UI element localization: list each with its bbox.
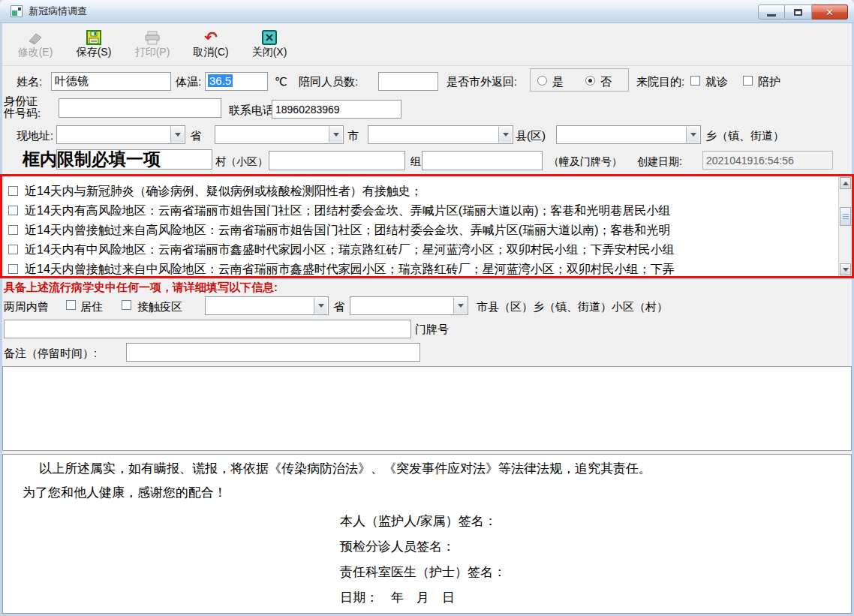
- edit-button-label: 修改(E): [18, 46, 53, 59]
- epi-city-combo-arrow-icon[interactable]: [453, 298, 467, 314]
- required-note: 框内限制必填一项: [23, 148, 161, 171]
- outside-city-label: 是否市外返回:: [447, 74, 517, 89]
- lived-label: 居住: [80, 299, 103, 314]
- created-date-label: 创建日期:: [637, 154, 682, 169]
- contact-area-label: 接触疫区: [137, 299, 182, 314]
- maximize-button[interactable]: [785, 5, 812, 20]
- declaration-line1: 以上所述属实，如有瞒报、谎报，将依据《传染病防治法》、《突发事件应对法》等法律法…: [39, 461, 651, 477]
- save-button[interactable]: 保存(S): [70, 27, 118, 63]
- group-input[interactable]: [422, 151, 543, 170]
- purpose-escort-checkbox[interactable]: [743, 76, 753, 86]
- group-label: 组: [410, 154, 421, 169]
- scroll-up-button[interactable]: [840, 177, 851, 189]
- purpose-visit-checkbox[interactable]: [690, 76, 700, 86]
- province-combo[interactable]: [56, 125, 185, 144]
- township-combo-arrow-icon[interactable]: [686, 127, 699, 143]
- epidemic-item-label: 近14天内曾接触过来自中风险地区：云南省瑞丽市鑫盛时代家园小区；瑞京路红砖厂；星…: [25, 263, 675, 275]
- save-icon: [86, 27, 101, 45]
- epidemic-item-label: 近14天内有中风险地区：云南省瑞丽市鑫盛时代家园小区；瑞京路红砖厂；星河蓝湾小区…: [25, 243, 675, 256]
- epidemic-item-checkbox[interactable]: [8, 206, 18, 215]
- close-form-button[interactable]: 关闭(X): [245, 27, 293, 63]
- door-number-label: 门牌号: [415, 322, 449, 337]
- epidemic-item-row: 近14天内曾接触过来自中风险地区：云南省瑞丽市鑫盛时代家园小区；瑞京路红砖厂；星…: [2, 260, 834, 276]
- county-combo-arrow-icon[interactable]: [498, 127, 512, 143]
- purpose-label: 来院目的:: [636, 74, 684, 89]
- township-combo[interactable]: [556, 125, 701, 144]
- address-label: 现地址:: [17, 128, 53, 143]
- sign-self-label: 本人（监护人/家属）签名：: [340, 513, 497, 530]
- epidemic-item-checkbox[interactable]: [8, 186, 18, 196]
- blank-text-area[interactable]: [2, 366, 852, 451]
- village-input[interactable]: [269, 151, 405, 170]
- id-number-input[interactable]: [59, 98, 221, 118]
- city-combo[interactable]: [215, 125, 344, 144]
- epidemic-item-checkbox[interactable]: [8, 264, 18, 274]
- print-button: 打印(P): [128, 27, 176, 63]
- epi-city-combo[interactable]: [350, 296, 468, 315]
- edit-icon: [27, 27, 44, 45]
- outside-no-label: 否: [600, 74, 612, 89]
- minimize-button[interactable]: [758, 5, 785, 20]
- window-controls: ✕: [758, 5, 848, 20]
- sign-triage-label: 预检分诊人员签名：: [340, 539, 455, 555]
- save-button-label: 保存(S): [77, 46, 112, 59]
- epidemic-item-checkbox[interactable]: [8, 225, 18, 235]
- epi-region-suffix: 市县（区）乡（镇、街道）小区（村）: [477, 299, 668, 314]
- county-suffix-label: 县(区): [516, 128, 546, 143]
- minimize-icon: [767, 14, 776, 17]
- remark-label: 备注（停留时间）:: [4, 346, 97, 361]
- epidemic-history-list: 近14天内与新冠肺炎（确诊病例、疑似病例或核酸检测阳性者）有接触史； 近14天内…: [2, 176, 852, 276]
- epi-province-combo[interactable]: [205, 296, 329, 315]
- epidemic-list-scrollbar[interactable]: [838, 176, 852, 276]
- epidemic-item-label: 近14天内曾接触过来自高风险地区：云南省瑞丽市姐告国门社区；团结村委会金坎、弄喊…: [25, 224, 670, 236]
- village-label: 村（小区）: [215, 154, 268, 169]
- outside-yes-label: 是: [552, 74, 564, 89]
- building-suffix-label: （幢及门牌号）: [549, 154, 622, 169]
- phone-label: 联系电话:: [229, 103, 277, 118]
- epidemic-history-panel: 近14天内与新冠肺炎（确诊病例、疑似病例或核酸检测阳性者）有接触史； 近14天内…: [0, 174, 854, 278]
- epidemic-item-row: 近14天内有中风险地区：云南省瑞丽市鑫盛时代家园小区；瑞京路红砖厂；星河蓝湾小区…: [2, 240, 834, 260]
- epidemic-item-checkbox[interactable]: [8, 245, 18, 254]
- epi-address-input[interactable]: [4, 320, 411, 338]
- scroll-up-icon: [843, 182, 849, 185]
- city-suffix-label: 市: [347, 128, 359, 143]
- county-combo[interactable]: [368, 125, 513, 144]
- province-suffix-label: 省: [190, 128, 201, 143]
- outside-no-radio[interactable]: [585, 76, 595, 86]
- print-button-label: 打印(P): [135, 46, 170, 59]
- name-label: 姓名:: [17, 74, 42, 89]
- close-button[interactable]: ✕: [812, 5, 848, 20]
- lived-checkbox[interactable]: [66, 300, 76, 310]
- declaration-line2: 为了您和他人健康，感谢您的配合！: [23, 485, 227, 501]
- purpose-escort-label: 陪护: [758, 74, 780, 89]
- epi-province-combo-arrow-icon[interactable]: [314, 298, 327, 314]
- cancel-button[interactable]: ↶ 取消(C): [187, 27, 235, 63]
- contact-area-checkbox[interactable]: [122, 300, 131, 310]
- created-date-input: [702, 151, 833, 170]
- scroll-down-icon: [843, 268, 849, 272]
- scroll-down-button[interactable]: [840, 263, 851, 275]
- township-suffix-label: 乡（镇、街道）: [705, 128, 784, 143]
- name-input[interactable]: [51, 72, 171, 91]
- companions-label: 陪同人员数:: [299, 74, 358, 89]
- close-form-icon: [262, 27, 277, 45]
- epidemic-item-row: 近14天内曾接触过来自高风险地区：云南省瑞丽市姐告国门社区；团结村委会金坎、弄喊…: [2, 221, 834, 240]
- temperature-selected-text: 36.5: [208, 74, 233, 87]
- scroll-thumb[interactable]: [840, 207, 851, 226]
- print-icon: [144, 27, 161, 45]
- epidemic-item-row: 近14天内有高风险地区：云南省瑞丽市姐告国门社区；团结村委会金坎、弄喊片区(瑞丽…: [2, 201, 834, 221]
- temperature-input[interactable]: 36.5: [205, 72, 268, 91]
- city-combo-arrow-icon[interactable]: [329, 127, 342, 143]
- outside-yes-radio[interactable]: [537, 76, 547, 86]
- date-line-label: 日期： 年 月 日: [340, 590, 455, 606]
- id-number-label-line2: 件号码:: [4, 106, 41, 121]
- remark-input[interactable]: [126, 343, 420, 362]
- close-form-button-label: 关闭(X): [252, 46, 287, 59]
- companions-input[interactable]: [378, 72, 438, 91]
- phone-input[interactable]: [272, 100, 401, 119]
- province-combo-arrow-icon[interactable]: [170, 127, 184, 143]
- cancel-icon: ↶: [204, 27, 218, 45]
- scroll-thumb-grip-icon: [843, 214, 849, 219]
- toolbar: 修改(E) 保存(S): [2, 23, 852, 66]
- purpose-visit-label: 就诊: [705, 74, 728, 89]
